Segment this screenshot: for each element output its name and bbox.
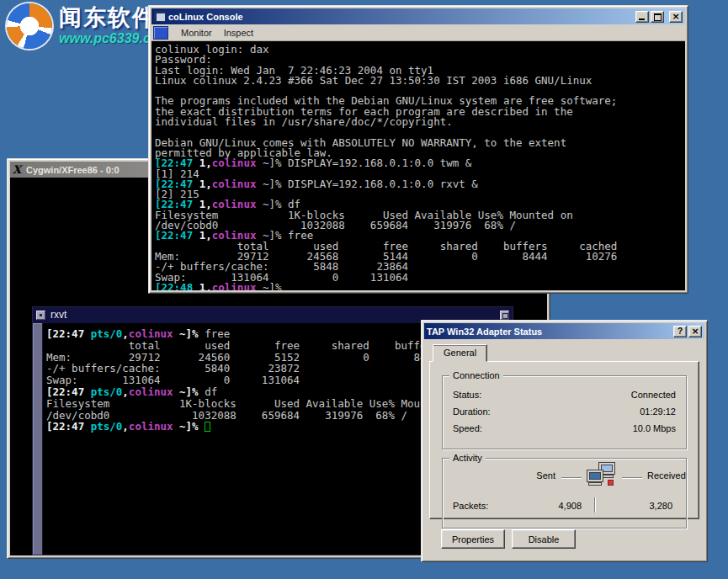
- rxvt-title: rxvt: [50, 307, 66, 323]
- disable-button[interactable]: Disable: [512, 529, 576, 549]
- duration-row: Duration: 01:29:12: [453, 406, 676, 417]
- duration-label: Duration:: [453, 406, 491, 417]
- received-connector-line: [622, 477, 642, 479]
- close-icon: ×: [691, 327, 699, 336]
- sent-connector-line: [561, 477, 582, 479]
- menu-inspect[interactable]: Inspect: [218, 26, 259, 40]
- network-activity-icon: [586, 461, 616, 488]
- activity-group-label: Activity: [449, 453, 486, 464]
- colinux-menubar: Monitor Inspect: [151, 24, 685, 41]
- connection-group: Connection Status: Connected Duration: 0…: [442, 375, 687, 449]
- packets-sent-value: 4,908: [514, 501, 582, 511]
- tap-help-button[interactable]: ?: [673, 326, 687, 337]
- colinux-terminal[interactable]: colinux login: daxPassword:Last login: W…: [151, 41, 685, 290]
- minimize-icon: [639, 19, 645, 20]
- iconify-button[interactable]: [36, 311, 45, 320]
- tap-close-button[interactable]: ×: [688, 326, 702, 337]
- speed-row: Speed: 10.0 Mbps: [453, 423, 676, 433]
- duration-value: 01:29:12: [640, 406, 676, 417]
- general-tab-page: Connection Status: Connected Duration: 0…: [429, 361, 699, 519]
- status-label: Status:: [453, 390, 481, 400]
- packets-label: Packets:: [453, 501, 488, 511]
- colinux-minimize-button[interactable]: [635, 11, 649, 23]
- status-value: Connected: [631, 390, 676, 400]
- resize-button[interactable]: [500, 311, 509, 320]
- cygwin-title: Cygwin/XFree86 - 0:0: [26, 165, 120, 175]
- watermark-logo-icon: [7, 3, 52, 49]
- colinux-titlebar[interactable]: coLinux Console ×: [151, 8, 685, 24]
- status-row: Status: Connected: [453, 390, 676, 400]
- packets-separator: [594, 497, 596, 513]
- site-watermark: 闻东软件 www.pc6339.cn: [7, 3, 159, 49]
- file-menu-button[interactable]: [153, 26, 168, 40]
- activity-group: Activity Sent: [442, 458, 687, 529]
- watermark-brand: 闻东软件: [59, 5, 159, 30]
- xfree86-x-icon: X: [13, 164, 24, 175]
- tab-general[interactable]: General: [433, 344, 487, 362]
- tap-dialog-body: General Connection Status: Connected Dur…: [424, 339, 704, 559]
- sent-label: Sent: [520, 470, 555, 481]
- colinux-console-window: coLinux Console × Monitor Inspect colinu…: [148, 5, 688, 294]
- connection-group-label: Connection: [449, 370, 503, 381]
- received-label: Received: [647, 470, 686, 481]
- close-icon: ×: [672, 13, 679, 21]
- desktop: 闻东软件 www.pc6339.cn X Cygwin/XFree86 - 0:…: [0, 0, 728, 579]
- rxvt-scrollbar[interactable]: [33, 323, 43, 555]
- colinux-console-icon: [154, 11, 166, 22]
- colinux-title: coLinux Console: [168, 12, 243, 22]
- tab-general-label: General: [444, 348, 476, 358]
- properties-button[interactable]: Properties: [441, 529, 505, 549]
- watermark-url: www.pc6339.cn: [59, 30, 159, 47]
- colinux-maximize-button[interactable]: [651, 11, 664, 23]
- tap-titlebar[interactable]: TAP Win32 Adapter Status ? ×: [424, 323, 704, 339]
- colinux-close-button[interactable]: ×: [669, 11, 683, 23]
- speed-label: Speed:: [453, 423, 482, 433]
- maximize-icon: [654, 13, 662, 21]
- menu-monitor[interactable]: Monitor: [175, 26, 218, 40]
- packets-received-value: 3,280: [605, 501, 672, 511]
- tap-adapter-status-dialog: TAP Win32 Adapter Status ? × General Con…: [421, 320, 708, 562]
- tap-title: TAP Win32 Adapter Status: [427, 327, 542, 337]
- speed-value: 10.0 Mbps: [633, 423, 676, 433]
- help-icon: ?: [678, 327, 683, 336]
